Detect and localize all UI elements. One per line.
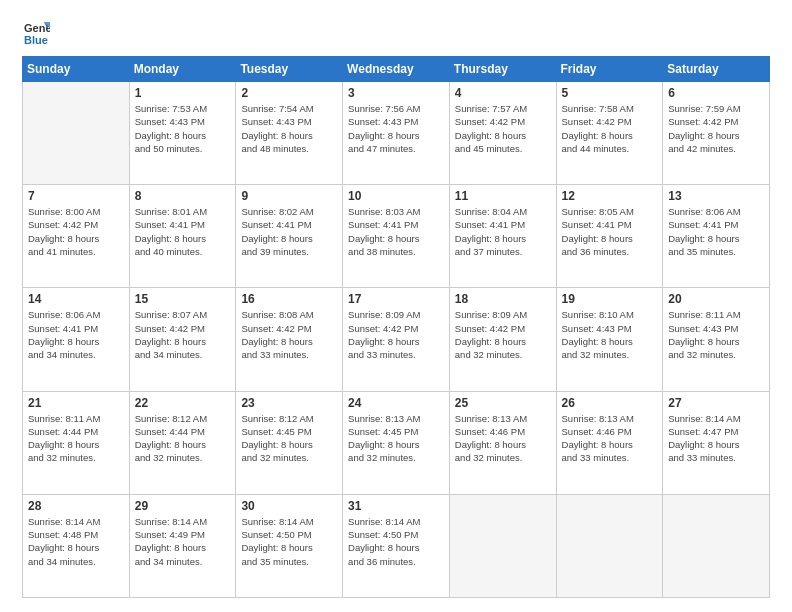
weekday-header-wednesday: Wednesday	[343, 57, 450, 82]
header: General Blue	[22, 18, 770, 46]
calendar-cell: 2Sunrise: 7:54 AMSunset: 4:43 PMDaylight…	[236, 82, 343, 185]
day-info: Sunrise: 7:58 AMSunset: 4:42 PMDaylight:…	[562, 102, 658, 155]
day-info: Sunrise: 7:57 AMSunset: 4:42 PMDaylight:…	[455, 102, 551, 155]
calendar-cell: 22Sunrise: 8:12 AMSunset: 4:44 PMDayligh…	[129, 391, 236, 494]
day-info: Sunrise: 7:59 AMSunset: 4:42 PMDaylight:…	[668, 102, 764, 155]
day-number: 16	[241, 292, 337, 306]
day-info: Sunrise: 8:11 AMSunset: 4:43 PMDaylight:…	[668, 308, 764, 361]
week-row-4: 21Sunrise: 8:11 AMSunset: 4:44 PMDayligh…	[23, 391, 770, 494]
day-info: Sunrise: 8:06 AMSunset: 4:41 PMDaylight:…	[28, 308, 124, 361]
day-number: 27	[668, 396, 764, 410]
calendar-cell: 31Sunrise: 8:14 AMSunset: 4:50 PMDayligh…	[343, 494, 450, 597]
day-info: Sunrise: 8:04 AMSunset: 4:41 PMDaylight:…	[455, 205, 551, 258]
day-number: 23	[241, 396, 337, 410]
calendar-cell: 15Sunrise: 8:07 AMSunset: 4:42 PMDayligh…	[129, 288, 236, 391]
day-number: 29	[135, 499, 231, 513]
day-info: Sunrise: 8:07 AMSunset: 4:42 PMDaylight:…	[135, 308, 231, 361]
day-number: 12	[562, 189, 658, 203]
calendar-table: SundayMondayTuesdayWednesdayThursdayFrid…	[22, 56, 770, 598]
day-number: 13	[668, 189, 764, 203]
day-info: Sunrise: 8:09 AMSunset: 4:42 PMDaylight:…	[348, 308, 444, 361]
weekday-row: SundayMondayTuesdayWednesdayThursdayFrid…	[23, 57, 770, 82]
calendar-cell: 24Sunrise: 8:13 AMSunset: 4:45 PMDayligh…	[343, 391, 450, 494]
calendar-cell: 30Sunrise: 8:14 AMSunset: 4:50 PMDayligh…	[236, 494, 343, 597]
day-info: Sunrise: 8:05 AMSunset: 4:41 PMDaylight:…	[562, 205, 658, 258]
weekday-header-saturday: Saturday	[663, 57, 770, 82]
calendar-cell: 1Sunrise: 7:53 AMSunset: 4:43 PMDaylight…	[129, 82, 236, 185]
day-number: 9	[241, 189, 337, 203]
calendar-cell	[556, 494, 663, 597]
calendar-cell: 5Sunrise: 7:58 AMSunset: 4:42 PMDaylight…	[556, 82, 663, 185]
calendar-cell	[449, 494, 556, 597]
calendar-cell	[663, 494, 770, 597]
day-number: 1	[135, 86, 231, 100]
calendar-header: SundayMondayTuesdayWednesdayThursdayFrid…	[23, 57, 770, 82]
day-info: Sunrise: 8:03 AMSunset: 4:41 PMDaylight:…	[348, 205, 444, 258]
logo: General Blue	[22, 18, 54, 46]
day-number: 21	[28, 396, 124, 410]
calendar-cell: 23Sunrise: 8:12 AMSunset: 4:45 PMDayligh…	[236, 391, 343, 494]
day-number: 2	[241, 86, 337, 100]
week-row-5: 28Sunrise: 8:14 AMSunset: 4:48 PMDayligh…	[23, 494, 770, 597]
day-number: 20	[668, 292, 764, 306]
day-number: 6	[668, 86, 764, 100]
day-number: 18	[455, 292, 551, 306]
calendar-cell: 11Sunrise: 8:04 AMSunset: 4:41 PMDayligh…	[449, 185, 556, 288]
calendar-cell: 21Sunrise: 8:11 AMSunset: 4:44 PMDayligh…	[23, 391, 130, 494]
day-info: Sunrise: 8:13 AMSunset: 4:46 PMDaylight:…	[562, 412, 658, 465]
day-info: Sunrise: 8:10 AMSunset: 4:43 PMDaylight:…	[562, 308, 658, 361]
week-row-1: 1Sunrise: 7:53 AMSunset: 4:43 PMDaylight…	[23, 82, 770, 185]
calendar-body: 1Sunrise: 7:53 AMSunset: 4:43 PMDaylight…	[23, 82, 770, 598]
day-number: 10	[348, 189, 444, 203]
svg-text:Blue: Blue	[24, 34, 48, 46]
calendar-cell: 13Sunrise: 8:06 AMSunset: 4:41 PMDayligh…	[663, 185, 770, 288]
day-number: 19	[562, 292, 658, 306]
day-info: Sunrise: 8:14 AMSunset: 4:49 PMDaylight:…	[135, 515, 231, 568]
calendar-cell: 26Sunrise: 8:13 AMSunset: 4:46 PMDayligh…	[556, 391, 663, 494]
calendar-cell: 29Sunrise: 8:14 AMSunset: 4:49 PMDayligh…	[129, 494, 236, 597]
calendar-page: General Blue SundayMondayTuesdayWednesda…	[0, 0, 792, 612]
week-row-3: 14Sunrise: 8:06 AMSunset: 4:41 PMDayligh…	[23, 288, 770, 391]
day-info: Sunrise: 8:12 AMSunset: 4:44 PMDaylight:…	[135, 412, 231, 465]
calendar-cell: 18Sunrise: 8:09 AMSunset: 4:42 PMDayligh…	[449, 288, 556, 391]
calendar-cell	[23, 82, 130, 185]
weekday-header-thursday: Thursday	[449, 57, 556, 82]
day-number: 7	[28, 189, 124, 203]
calendar-cell: 6Sunrise: 7:59 AMSunset: 4:42 PMDaylight…	[663, 82, 770, 185]
day-info: Sunrise: 8:12 AMSunset: 4:45 PMDaylight:…	[241, 412, 337, 465]
day-number: 26	[562, 396, 658, 410]
day-info: Sunrise: 8:02 AMSunset: 4:41 PMDaylight:…	[241, 205, 337, 258]
day-info: Sunrise: 8:09 AMSunset: 4:42 PMDaylight:…	[455, 308, 551, 361]
weekday-header-friday: Friday	[556, 57, 663, 82]
day-number: 15	[135, 292, 231, 306]
day-number: 25	[455, 396, 551, 410]
day-number: 28	[28, 499, 124, 513]
day-number: 30	[241, 499, 337, 513]
day-info: Sunrise: 8:14 AMSunset: 4:47 PMDaylight:…	[668, 412, 764, 465]
calendar-cell: 3Sunrise: 7:56 AMSunset: 4:43 PMDaylight…	[343, 82, 450, 185]
day-info: Sunrise: 8:06 AMSunset: 4:41 PMDaylight:…	[668, 205, 764, 258]
logo-icon: General Blue	[22, 18, 50, 46]
day-number: 3	[348, 86, 444, 100]
calendar-cell: 10Sunrise: 8:03 AMSunset: 4:41 PMDayligh…	[343, 185, 450, 288]
day-number: 5	[562, 86, 658, 100]
calendar-cell: 27Sunrise: 8:14 AMSunset: 4:47 PMDayligh…	[663, 391, 770, 494]
calendar-cell: 20Sunrise: 8:11 AMSunset: 4:43 PMDayligh…	[663, 288, 770, 391]
calendar-cell: 14Sunrise: 8:06 AMSunset: 4:41 PMDayligh…	[23, 288, 130, 391]
calendar-cell: 19Sunrise: 8:10 AMSunset: 4:43 PMDayligh…	[556, 288, 663, 391]
day-number: 11	[455, 189, 551, 203]
weekday-header-sunday: Sunday	[23, 57, 130, 82]
calendar-cell: 28Sunrise: 8:14 AMSunset: 4:48 PMDayligh…	[23, 494, 130, 597]
calendar-cell: 12Sunrise: 8:05 AMSunset: 4:41 PMDayligh…	[556, 185, 663, 288]
day-info: Sunrise: 8:14 AMSunset: 4:50 PMDaylight:…	[241, 515, 337, 568]
day-info: Sunrise: 8:08 AMSunset: 4:42 PMDaylight:…	[241, 308, 337, 361]
day-info: Sunrise: 8:13 AMSunset: 4:45 PMDaylight:…	[348, 412, 444, 465]
day-number: 8	[135, 189, 231, 203]
day-info: Sunrise: 7:56 AMSunset: 4:43 PMDaylight:…	[348, 102, 444, 155]
day-info: Sunrise: 8:14 AMSunset: 4:50 PMDaylight:…	[348, 515, 444, 568]
calendar-cell: 7Sunrise: 8:00 AMSunset: 4:42 PMDaylight…	[23, 185, 130, 288]
day-info: Sunrise: 7:54 AMSunset: 4:43 PMDaylight:…	[241, 102, 337, 155]
calendar-cell: 25Sunrise: 8:13 AMSunset: 4:46 PMDayligh…	[449, 391, 556, 494]
day-number: 17	[348, 292, 444, 306]
calendar-cell: 8Sunrise: 8:01 AMSunset: 4:41 PMDaylight…	[129, 185, 236, 288]
